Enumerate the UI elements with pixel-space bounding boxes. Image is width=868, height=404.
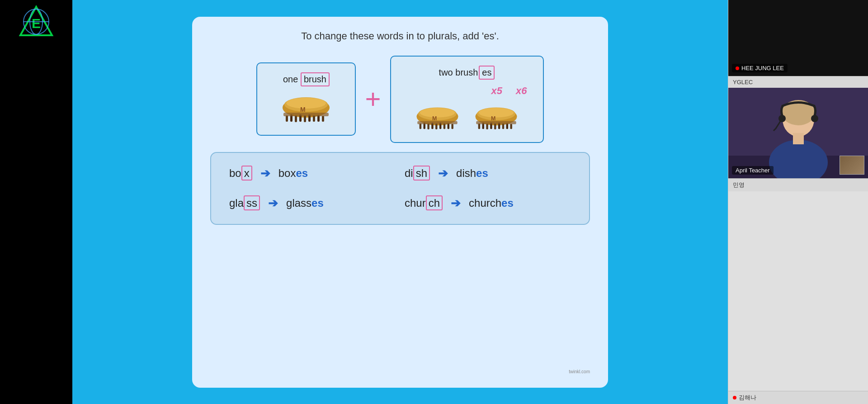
word-to-box: boxes xyxy=(278,167,308,180)
word-from-box: box xyxy=(229,167,252,180)
svg-rect-54 xyxy=(793,133,804,144)
svg-text:M: M xyxy=(432,115,437,121)
svg-rect-30 xyxy=(451,124,453,129)
svg-point-52 xyxy=(811,115,818,122)
brush-image-two-a: M xyxy=(411,102,463,133)
svg-text:M: M xyxy=(300,106,306,113)
slide-instruction: To change these words in to plurals, add… xyxy=(301,30,499,42)
word-item-church: church ➔ churches xyxy=(405,196,571,210)
svg-rect-16 xyxy=(322,116,324,122)
word-from-glass: glass xyxy=(229,197,260,209)
svg-rect-17 xyxy=(283,113,329,116)
hee-jung-lee-badge: HEE JUNG LEE xyxy=(732,64,788,72)
svg-rect-28 xyxy=(443,123,445,128)
yglec-label: YGLEC xyxy=(733,79,753,86)
one-brush-label: one brush xyxy=(283,72,330,86)
yglec-header: YGLEC xyxy=(728,76,868,88)
svg-rect-45 xyxy=(476,121,516,124)
es-highlight: es xyxy=(479,66,495,80)
arrow-glass: ➔ xyxy=(268,196,278,210)
svg-rect-14 xyxy=(313,115,315,122)
april-teacher-video: April Teacher xyxy=(728,88,868,178)
april-teacher-badge: April Teacher xyxy=(732,166,774,175)
brush-image-one: M xyxy=(277,92,335,126)
one-brush-box: one brush xyxy=(256,62,356,136)
word-to-church: churches xyxy=(469,197,514,209)
minyoung-header: 민영 xyxy=(728,178,868,191)
svg-rect-36 xyxy=(478,123,480,128)
svg-rect-44 xyxy=(510,124,512,129)
svg-rect-12 xyxy=(304,115,306,122)
haena-label: 김해나 xyxy=(739,394,756,402)
svg-rect-24 xyxy=(427,123,429,129)
word-item-dish: dish ➔ dishes xyxy=(405,166,571,181)
two-brushes-label: two brushes xyxy=(439,66,495,80)
watermark: twinkl.com xyxy=(569,369,590,374)
april-teacher-label: April Teacher xyxy=(736,167,770,174)
slide-card: To change these words in to plurals, add… xyxy=(192,17,608,388)
svg-point-7 xyxy=(286,98,326,109)
annotation-x6: x6 xyxy=(516,85,527,97)
svg-rect-8 xyxy=(286,115,288,122)
svg-point-35 xyxy=(479,108,514,117)
arrow-dish: ➔ xyxy=(438,166,448,181)
arrow-church: ➔ xyxy=(451,196,461,210)
arrow-box: ➔ xyxy=(260,166,270,181)
left-panel: E xyxy=(0,0,72,404)
participant-hee-jung-lee: HEE JUNG LEE xyxy=(728,0,868,76)
plus-sign: + xyxy=(365,86,381,113)
svg-rect-31 xyxy=(417,121,457,124)
hee-red-dot xyxy=(736,67,739,70)
word-item-glass: glass ➔ glasses xyxy=(229,196,396,210)
brushes-row: one brush xyxy=(210,56,590,143)
word-item-box: box ➔ boxes xyxy=(229,166,396,181)
svg-rect-38 xyxy=(486,123,488,129)
teacher-bg xyxy=(728,88,868,178)
word-to-glass: glasses xyxy=(286,197,324,209)
minyoung-video xyxy=(728,191,868,391)
two-brushes-box: two brushes x5 x6 xyxy=(390,56,544,143)
word-from-church: church xyxy=(405,197,443,209)
svg-rect-42 xyxy=(502,123,504,128)
svg-rect-22 xyxy=(420,123,421,128)
brush-highlight: brush xyxy=(301,72,330,86)
haena-red-dot xyxy=(733,396,736,399)
svg-rect-26 xyxy=(435,123,437,129)
word-from-dish: dish xyxy=(405,167,430,180)
svg-rect-40 xyxy=(494,123,496,129)
minyoung-label: 민영 xyxy=(733,181,745,188)
svg-text:M: M xyxy=(491,115,495,121)
svg-point-21 xyxy=(420,108,455,117)
teacher-thumbnail xyxy=(840,156,864,175)
brush-image-two-b: M xyxy=(470,102,522,133)
words-box: box ➔ boxes dish ➔ dishes glass ➔ glasse… xyxy=(210,152,590,225)
main-slide-area: To change these words in to plurals, add… xyxy=(72,0,728,404)
twinkl-logo: E xyxy=(18,5,54,41)
svg-rect-10 xyxy=(295,115,297,122)
right-sidebar: HEE JUNG LEE YGLEC xyxy=(728,0,868,404)
hee-name-label: HEE JUNG LEE xyxy=(741,65,784,71)
svg-text:E: E xyxy=(32,16,41,31)
two-brush-images: M xyxy=(411,102,522,133)
haena-header: 김해나 xyxy=(728,391,868,404)
word-to-dish: dishes xyxy=(456,167,488,180)
annotation-x5: x5 xyxy=(491,85,502,97)
